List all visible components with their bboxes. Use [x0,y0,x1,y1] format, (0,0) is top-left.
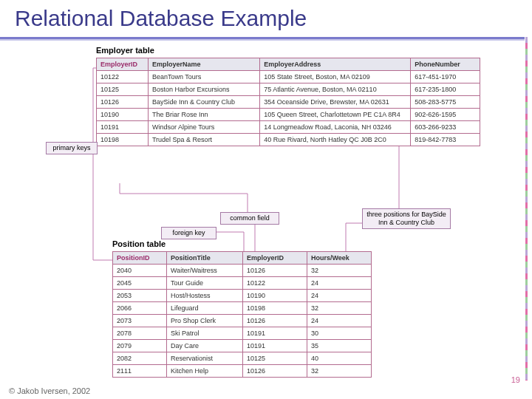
col-employer-id-fk: EmployerID [243,252,307,265]
page-number: 19 [511,375,520,384]
footer-copyright: © Jakob Iversen, 2002 [9,386,90,395]
table-row: 10125Boston Harbor Excursions75 Atlantic… [97,83,480,96]
col-employer-name: EmployerName [148,58,259,71]
table-row: 10198Trudel Spa & Resort40 Rue Rivard, N… [97,134,480,146]
slide: Relational Database Example Employer tab… [0,0,532,399]
table-row: 2073Pro Shop Clerk1012624 [113,315,372,327]
table-row: 10126BaySide Inn & Country Club354 Ocean… [97,96,480,109]
col-position-id: PositionID [113,252,167,265]
employer-table-header: EmployerID EmployerName EmployerAddress … [97,58,480,71]
table-row: 2111Kitchen Help1012632 [113,365,372,378]
table-row: 2079Day Care1019135 [113,340,372,352]
diagram-figure: Employer table EmployerID EmployerName E… [52,46,480,356]
title-underline [0,37,525,39]
table-row: 2082Reservationist1012540 [113,352,372,365]
table-row: 2053Host/Hostess1019024 [113,290,372,302]
table-row: 10122BeanTown Tours105 State Street, Bos… [97,71,480,83]
employer-table-title: Employer table [96,46,154,55]
label-primary-keys: primary keys [46,142,98,154]
col-hours-week: Hours/Week [307,252,372,265]
position-table-header: PositionID PositionTitle EmployerID Hour… [113,252,372,265]
position-table-title: Position table [112,239,166,248]
decorative-stripe [525,37,528,381]
table-row: 2066Lifeguard1019832 [113,302,372,315]
position-table: PositionID PositionTitle EmployerID Hour… [112,251,372,378]
employer-table: EmployerID EmployerName EmployerAddress … [96,58,480,146]
col-phone-number: PhoneNumber [411,58,480,71]
table-row: 2045Tour Guide1012224 [113,277,372,290]
col-employer-id: EmployerID [97,58,149,71]
col-employer-address: EmployerAddress [260,58,411,71]
table-row: 2078Ski Patrol1019130 [113,327,372,340]
table-row: 10190The Briar Rose Inn105 Queen Street,… [97,109,480,121]
table-row: 2040Waiter/Waitress1012632 [113,265,372,277]
col-position-title: PositionTitle [167,252,243,265]
label-common-field: common field [220,212,279,225]
label-foreign-key: foreign key [161,227,216,239]
page-title: Relational Database Example [15,6,307,31]
label-three-positions: three positions for BaySide Inn & Countr… [362,208,451,229]
table-row: 10191Windsor Alpine Tours14 Longmeadow R… [97,121,480,134]
